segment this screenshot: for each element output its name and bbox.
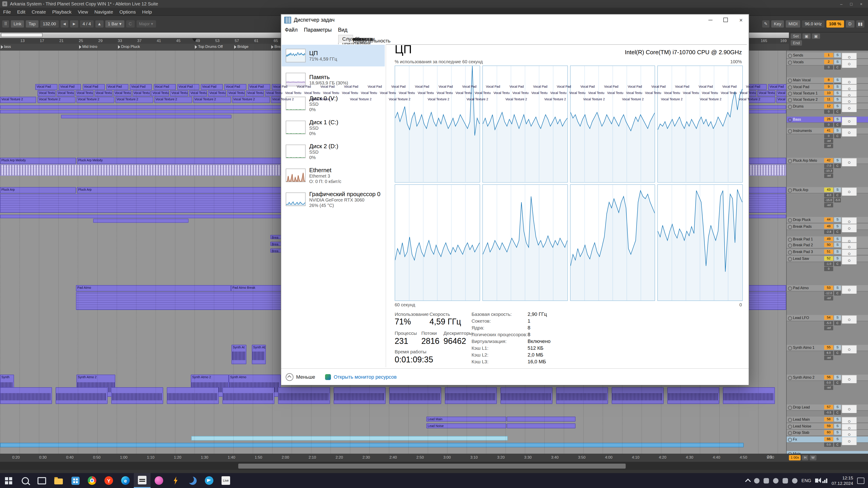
app-icon-crescent[interactable] xyxy=(184,473,201,488)
solo-button[interactable]: S xyxy=(834,237,841,241)
mixer-value[interactable]: -2.8 xyxy=(824,230,833,234)
clip[interactable]: Vocal Pad xyxy=(59,84,81,90)
perf-item-eth-5[interactable]: EthernetEthernet 3О: 0 П: 0 кбит/с xyxy=(282,164,385,186)
mixer-value[interactable]: C xyxy=(834,262,841,266)
solo-button[interactable]: S xyxy=(834,91,841,95)
track-synth-atmo-1[interactable]: Synth Atmo 155S○6.0C-inf xyxy=(786,345,868,361)
clip[interactable]: Vocal Pad xyxy=(106,84,128,90)
clip[interactable]: Vocal Textu xyxy=(57,90,74,96)
clip[interactable]: Vocal Pad xyxy=(83,84,105,90)
mixer-value[interactable]: -inf xyxy=(824,203,833,207)
track-break-pad-2[interactable]: Break Pad 250S○ xyxy=(786,242,868,248)
clip[interactable] xyxy=(278,387,330,404)
arm-button[interactable]: ○ xyxy=(842,286,857,294)
maximize-button[interactable] xyxy=(718,14,733,25)
nudge-up-icon[interactable]: ► xyxy=(70,20,78,28)
clip[interactable]: Vocal Textu xyxy=(132,90,150,96)
clip[interactable]: Vocal Texture 2 xyxy=(37,97,75,103)
track-break-pad-1[interactable]: Break Pad 149S○ xyxy=(786,236,868,242)
chevron-up-icon[interactable] xyxy=(286,373,293,381)
mixer-value[interactable]: 0.0 xyxy=(824,381,833,385)
clip[interactable]: Vocal Pad xyxy=(35,84,57,90)
menu-item-playback[interactable]: Playback xyxy=(52,9,71,14)
clip[interactable]: Vocal Texture 2 xyxy=(115,97,153,103)
clip[interactable]: Pluck Arp Melody xyxy=(0,158,76,164)
track-drop-pluck[interactable]: Drop Pluck44S○ xyxy=(786,217,868,223)
clip[interactable] xyxy=(222,387,274,404)
clip[interactable]: Vocal Textu xyxy=(37,90,56,96)
track-pluck-arp-melo[interactable]: Pluck Arp Melo42S○-7.0C-10.3-inf xyxy=(786,158,868,178)
scale-mode-display[interactable]: Major ▾ xyxy=(136,20,156,28)
solo-button[interactable]: S xyxy=(834,430,841,435)
menu-item-help[interactable]: Help xyxy=(142,9,152,14)
mixer-value[interactable]: -inf xyxy=(824,326,833,330)
end-button[interactable]: End xyxy=(791,40,802,46)
arm-button[interactable]: ○ xyxy=(842,405,857,413)
clip[interactable]: Vocal Textu xyxy=(189,90,207,96)
store-app-icon[interactable] xyxy=(67,473,84,488)
clip[interactable]: Vocal Textu xyxy=(94,90,112,96)
menu-item-navigate[interactable]: Navigate xyxy=(94,9,113,14)
ableton-maximize-button[interactable]: □ xyxy=(846,0,856,7)
tray-icon[interactable] xyxy=(782,478,788,483)
task-manager-titlebar[interactable]: Диспетчер задач × xyxy=(281,14,749,25)
menu-item-edit[interactable]: Edit xyxy=(17,9,25,14)
clip[interactable]: Vocal Texture 2 xyxy=(232,97,270,103)
zoom-chip[interactable]: 1 00x xyxy=(789,455,801,460)
track-instruments[interactable]: Instruments41S○0C-inf-inf xyxy=(786,128,868,149)
ableton-minimize-button[interactable]: – xyxy=(836,0,846,7)
perf-item-gpu-6[interactable]: Графический процессор 0NVIDIA GeForce RT… xyxy=(282,188,385,210)
solo-button[interactable]: S xyxy=(834,53,841,57)
mixer-value[interactable]: 0 xyxy=(824,134,833,138)
locator-flag[interactable]: Bridge xyxy=(234,44,248,49)
solo-button[interactable]: S xyxy=(834,424,841,428)
tm-menu-вид[interactable]: Вид xyxy=(338,27,347,33)
track-vocal-pad[interactable]: Vocal Pad9S○ xyxy=(786,84,868,90)
mixer-value[interactable]: 6.0 xyxy=(824,351,833,355)
perf-item-disk-2[interactable]: Диск 0 (V:)SSD0% xyxy=(282,93,385,114)
perf-item-disk-3[interactable]: Диск 1 (C:)SSD0% xyxy=(282,117,385,138)
clip[interactable]: Vocal Textu xyxy=(208,90,226,96)
clip[interactable]: Vocal Texture 2 xyxy=(193,97,231,103)
resource-monitor-link[interactable]: Открыть монитор ресурсов xyxy=(334,374,397,380)
solo-button[interactable]: S xyxy=(834,315,841,320)
tray-overflow-chevron-icon[interactable] xyxy=(745,478,751,484)
solo-button[interactable]: S xyxy=(834,117,841,122)
mixer-value[interactable]: C xyxy=(834,442,841,447)
track-fx[interactable]: Fx66S○0.0C xyxy=(786,436,868,447)
mixer-value[interactable]: -inf xyxy=(824,144,833,148)
time-ruler[interactable]: 0:200:300:400:501:001:101:201:301:401:50… xyxy=(0,454,868,462)
menu-item-create[interactable]: Create xyxy=(32,9,46,14)
file-explorer-icon[interactable] xyxy=(50,473,67,488)
mixer-value[interactable]: C xyxy=(834,123,841,127)
locator-flag[interactable]: Drop Pluck xyxy=(118,44,140,49)
clip[interactable] xyxy=(723,387,775,404)
mixer-value[interactable]: -inf xyxy=(824,385,833,390)
mixer-value[interactable]: -15.0 xyxy=(824,198,833,202)
clip[interactable]: Vocal Texture 2 xyxy=(776,97,786,103)
mixer-value[interactable]: -0.5 xyxy=(824,410,833,415)
grid-mode-icon[interactable]: ⠿ xyxy=(2,20,9,28)
clip[interactable] xyxy=(556,387,608,404)
edge-icon[interactable]: e xyxy=(117,473,134,488)
live-badge-icon[interactable]: Live xyxy=(217,473,234,488)
link-button[interactable]: Link xyxy=(11,20,24,28)
mixer-value[interactable]: 0.0 xyxy=(824,442,833,447)
search-icon[interactable] xyxy=(17,473,33,488)
locator-flag[interactable]: Mid Intro xyxy=(79,44,97,49)
tempo-display[interactable]: 132.00 xyxy=(40,20,59,28)
zoom-chip[interactable]: H xyxy=(802,455,808,460)
mixer-value[interactable]: C xyxy=(834,321,841,325)
notification-center-icon[interactable] xyxy=(857,477,864,484)
clip[interactable] xyxy=(500,387,553,404)
track-vocal-texture-2[interactable]: Vocal Texture 211S○ xyxy=(786,97,868,103)
track-lead-saw[interactable]: Lead Saw52S○-1.0C0 xyxy=(786,256,868,271)
track-lead-noise[interactable]: Lead Noise59S○ xyxy=(786,423,868,429)
mixer-value[interactable]: -inf xyxy=(824,356,833,360)
solo-button[interactable]: S xyxy=(834,286,841,290)
arm-button[interactable]: ○ xyxy=(842,256,857,264)
clip[interactable] xyxy=(0,387,52,404)
mixer-value[interactable]: C xyxy=(834,410,841,415)
clip[interactable]: Vocal Pad xyxy=(248,84,270,90)
tm-menu-файл[interactable]: Файл xyxy=(285,27,298,33)
